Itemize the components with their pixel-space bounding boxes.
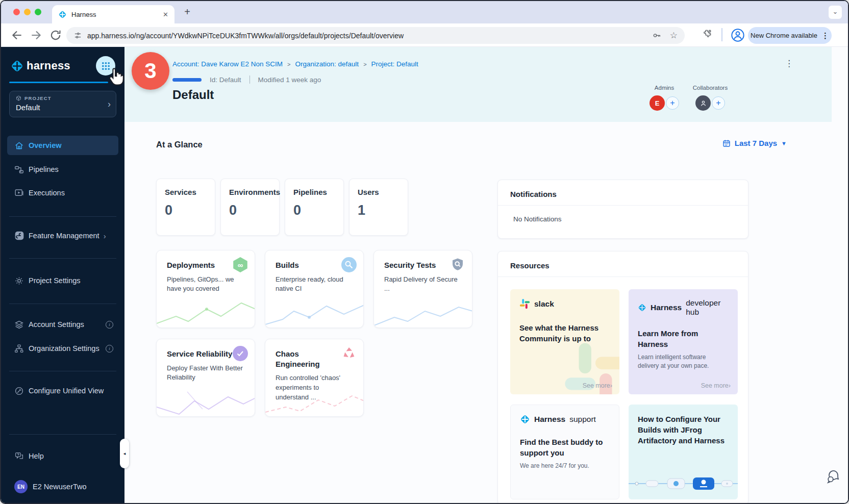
browser-menu-icon[interactable]: ⋮ <box>821 31 829 40</box>
module-card-chaos-engineering[interactable]: Chaos Engineering Run controlled 'chaos'… <box>265 339 364 417</box>
sidebar-item-overview[interactable]: Overview <box>7 136 118 155</box>
notifications-empty-text: No Notifications <box>498 206 748 233</box>
module-card-deployments[interactable]: ∞ Deployments Pipelines, GitOps... we ha… <box>156 250 255 328</box>
at-a-glance-title: At a Glance <box>156 140 203 149</box>
breadcrumb-separator: > <box>287 61 290 67</box>
sidebar-collapse-handle[interactable]: ◂ <box>120 439 129 468</box>
chrome-update-button[interactable]: New Chrome available ⋮ <box>748 27 832 44</box>
module-description: Run controlled 'chaos' experiments to un… <box>276 373 353 402</box>
add-collaborator-button[interactable]: + <box>712 96 725 110</box>
user-name: E2 NewuserTwo <box>33 483 87 491</box>
sidebar-item-project-settings[interactable]: Project Settings <box>7 271 118 290</box>
slack-logo-icon <box>519 298 530 309</box>
sidebar-item-organization-settings[interactable]: Organization Settings i <box>7 339 118 358</box>
support-card-heading: Find the Best buddy to support you <box>520 437 610 458</box>
close-window-button[interactable] <box>13 9 20 15</box>
bookmark-star-icon[interactable]: ☆ <box>670 30 678 41</box>
sidebar-item-feature-management[interactable]: Feature Management › <box>7 226 118 245</box>
collaborators-label: Collaborators <box>687 85 734 91</box>
service-reliability-icon <box>233 346 248 361</box>
profile-icon[interactable] <box>731 28 745 42</box>
resource-card-slack[interactable]: slack See what the Harness Community is … <box>510 289 619 394</box>
devhub-brand-label: Harness <box>651 303 682 312</box>
reload-icon[interactable] <box>49 29 62 42</box>
security-tests-icon <box>450 257 465 272</box>
breadcrumb-account-link[interactable]: Account: Dave Karow E2 Non SCIM <box>172 60 283 68</box>
stat-card-users[interactable]: Users 1 <box>349 179 408 236</box>
info-icon[interactable]: i <box>106 321 113 329</box>
stat-value: 0 <box>229 203 271 218</box>
admins-group: Admins E + <box>641 85 688 111</box>
browser-tab[interactable]: Harness ✕ <box>52 5 174 23</box>
deployments-sketch <box>157 298 255 327</box>
toolbar-divider <box>721 28 722 41</box>
stat-card-services[interactable]: Services 0 <box>156 179 215 236</box>
org-chart-icon <box>14 344 29 354</box>
collaborator-avatar[interactable] <box>695 95 711 111</box>
admin-avatar[interactable]: E <box>650 95 665 111</box>
dropdown-caret-icon: ▼ <box>781 140 787 146</box>
sidebar-item-configure-unified-view[interactable]: Configure Unified View <box>7 381 118 400</box>
security-tests-sketch <box>374 298 472 327</box>
stat-card-environments[interactable]: Environments 0 <box>220 179 280 236</box>
see-more-link[interactable]: See more› <box>701 382 731 389</box>
site-settings-icon[interactable] <box>73 31 82 40</box>
resource-card-jfrog[interactable]: How to Configure Your Builds with JFrog … <box>629 405 738 499</box>
sidebar-item-pipelines[interactable]: Pipelines <box>7 160 118 179</box>
chrome-update-label: New Chrome available <box>751 32 817 39</box>
home-icon <box>14 141 29 150</box>
sidebar-item-executions[interactable]: Executions <box>7 183 118 203</box>
admins-label: Admins <box>641 85 688 91</box>
sidebar-item-account-settings[interactable]: Account Settings i <box>7 315 118 334</box>
project-selector[interactable]: PROJECT Default › <box>9 91 116 117</box>
layers-icon <box>14 320 29 330</box>
module-card-builds[interactable]: Builds Enterprise ready, cloud native CI <box>265 250 364 328</box>
slack-card-heading: See what the Harness Community is up to <box>519 322 610 344</box>
password-key-icon[interactable] <box>652 31 662 40</box>
forward-icon[interactable] <box>30 29 43 42</box>
sidebar-item-user-profile[interactable]: EN E2 NewuserTwo <box>7 477 118 496</box>
breadcrumb-project-link[interactable]: Project: Default <box>371 60 418 68</box>
url-bar[interactable]: app.harness.io/ng/account/YWdkwNPiTceDUK… <box>66 27 685 44</box>
resource-card-developer-hub[interactable]: Harness developer hub Learn More from Ha… <box>629 289 738 394</box>
pipelines-icon <box>14 165 29 174</box>
stat-value: 0 <box>293 203 335 218</box>
devhub-brand-suffix: developer hub <box>686 298 729 317</box>
module-card-service-reliability[interactable]: Service Reliability Deploy Faster With B… <box>156 339 255 417</box>
module-title: Security Tests <box>384 260 452 270</box>
add-admin-button[interactable]: + <box>666 96 679 110</box>
sidebar-item-label: Configure Unified View <box>29 387 104 395</box>
module-card-security-tests[interactable]: Security Tests Rapid Delivery of Secure … <box>373 250 472 328</box>
minimize-window-button[interactable] <box>24 9 31 15</box>
tab-strip: Harness ✕ + ⌄ <box>1 1 848 23</box>
help-chat-fab-icon[interactable] <box>826 468 841 484</box>
harness-logo-text: harness <box>27 59 70 72</box>
sidebar-item-label: Project Settings <box>29 276 81 285</box>
stat-label: Services <box>165 188 207 196</box>
extensions-icon[interactable] <box>702 29 712 39</box>
maximize-window-button[interactable] <box>35 9 41 15</box>
modified-text: Modified 1 week ago <box>258 76 321 84</box>
date-range-picker[interactable]: Last 7 Days ▼ <box>722 139 787 147</box>
back-icon[interactable] <box>10 29 23 42</box>
stat-card-pipelines[interactable]: Pipelines 0 <box>285 179 344 236</box>
see-more-link[interactable]: See more› <box>583 382 612 389</box>
stat-label: Environments <box>229 188 271 196</box>
new-tab-button[interactable]: + <box>181 6 194 18</box>
person-icon <box>700 99 707 107</box>
resource-card-support[interactable]: Harness support Find the Best buddy to s… <box>510 405 619 499</box>
stat-value: 1 <box>358 203 399 218</box>
stat-label: Users <box>358 188 399 196</box>
breadcrumb-organization-link[interactable]: Organization: default <box>295 60 359 68</box>
tab-title: Harness <box>71 11 163 18</box>
resources-panel: Resources slack See what the Harness Com… <box>497 251 748 504</box>
page-options-kebab-icon[interactable]: ⋮ <box>784 60 795 67</box>
chevron-right-icon: › <box>104 232 106 240</box>
tab-search-chevron-icon[interactable]: ⌄ <box>829 6 842 19</box>
info-icon[interactable]: i <box>106 345 113 352</box>
main-content: Account: Dave Karow E2 Non SCIM > Organi… <box>124 47 848 503</box>
sidebar-item-help[interactable]: Help <box>7 446 118 466</box>
tab-close-icon[interactable]: ✕ <box>163 11 168 18</box>
notifications-panel: Notifications No Notifications <box>497 180 748 239</box>
sidebar-divider <box>9 434 116 435</box>
